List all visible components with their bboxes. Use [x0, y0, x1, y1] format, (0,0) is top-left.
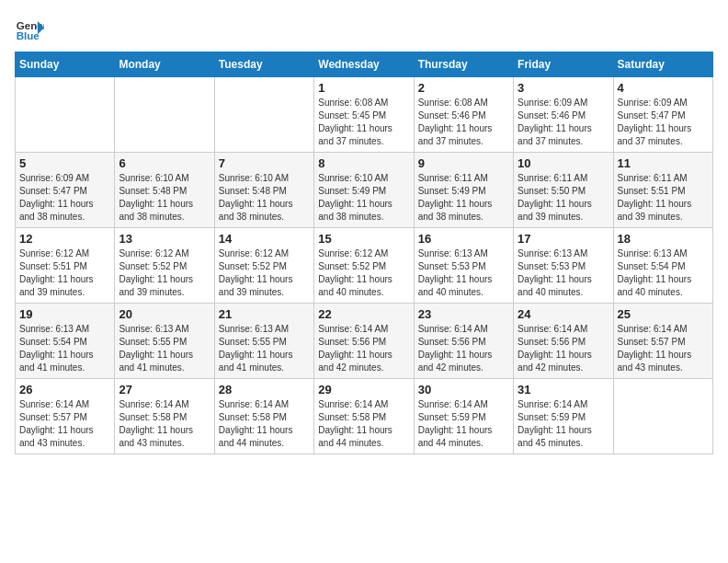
day-header-wednesday: Wednesday	[314, 52, 414, 77]
day-info: Sunrise: 6:12 AM Sunset: 5:52 PM Dayligh…	[219, 247, 310, 299]
day-number: 17	[518, 232, 609, 246]
calendar-cell: 5Sunrise: 6:09 AM Sunset: 5:47 PM Daylig…	[16, 153, 115, 228]
day-number: 21	[219, 307, 310, 321]
day-info: Sunrise: 6:14 AM Sunset: 5:59 PM Dayligh…	[518, 398, 609, 450]
day-number: 28	[219, 383, 310, 396]
day-number: 18	[618, 232, 709, 246]
calendar-cell: 22Sunrise: 6:14 AM Sunset: 5:56 PM Dayli…	[314, 304, 414, 379]
day-info: Sunrise: 6:08 AM Sunset: 5:45 PM Dayligh…	[318, 97, 409, 148]
day-info: Sunrise: 6:13 AM Sunset: 5:54 PM Dayligh…	[618, 247, 709, 299]
day-info: Sunrise: 6:12 AM Sunset: 5:52 PM Dayligh…	[119, 247, 210, 299]
calendar-cell: 17Sunrise: 6:13 AM Sunset: 5:53 PM Dayli…	[514, 228, 613, 304]
calendar-cell: 2Sunrise: 6:08 AM Sunset: 5:46 PM Daylig…	[414, 77, 513, 153]
calendar-week-row: 12Sunrise: 6:12 AM Sunset: 5:51 PM Dayli…	[16, 228, 713, 304]
day-info: Sunrise: 6:14 AM Sunset: 5:59 PM Dayligh…	[418, 398, 509, 450]
day-info: Sunrise: 6:11 AM Sunset: 5:50 PM Dayligh…	[518, 172, 609, 224]
day-info: Sunrise: 6:11 AM Sunset: 5:49 PM Dayligh…	[418, 172, 509, 224]
day-info: Sunrise: 6:11 AM Sunset: 5:51 PM Dayligh…	[618, 172, 709, 224]
calendar-cell: 14Sunrise: 6:12 AM Sunset: 5:52 PM Dayli…	[214, 228, 313, 304]
calendar-table: SundayMondayTuesdayWednesdayThursdayFrid…	[15, 52, 713, 454]
calendar-cell: 30Sunrise: 6:14 AM Sunset: 5:59 PM Dayli…	[414, 379, 513, 454]
svg-text:Blue: Blue	[17, 30, 40, 41]
day-number: 2	[418, 81, 509, 95]
day-header-saturday: Saturday	[613, 52, 712, 77]
day-number: 31	[518, 383, 609, 396]
day-info: Sunrise: 6:12 AM Sunset: 5:51 PM Dayligh…	[19, 247, 110, 299]
day-number: 14	[219, 232, 310, 246]
day-info: Sunrise: 6:13 AM Sunset: 5:55 PM Dayligh…	[119, 323, 210, 374]
calendar-cell: 28Sunrise: 6:14 AM Sunset: 5:58 PM Dayli…	[214, 379, 313, 454]
day-info: Sunrise: 6:14 AM Sunset: 5:56 PM Dayligh…	[318, 323, 409, 374]
calendar-cell	[16, 77, 115, 153]
day-number: 19	[19, 307, 110, 321]
day-info: Sunrise: 6:14 AM Sunset: 5:58 PM Dayligh…	[119, 398, 210, 450]
day-number: 12	[19, 232, 110, 246]
day-number: 11	[618, 156, 709, 170]
day-number: 24	[518, 307, 609, 321]
calendar-cell: 24Sunrise: 6:14 AM Sunset: 5:56 PM Dayli…	[514, 304, 613, 379]
calendar-cell: 21Sunrise: 6:13 AM Sunset: 5:55 PM Dayli…	[214, 304, 313, 379]
day-number: 8	[318, 156, 409, 170]
day-number: 25	[618, 307, 709, 321]
page-header: General Blue	[15, 15, 713, 44]
calendar-cell: 4Sunrise: 6:09 AM Sunset: 5:47 PM Daylig…	[613, 77, 712, 153]
day-number: 27	[119, 383, 210, 396]
calendar-cell: 26Sunrise: 6:14 AM Sunset: 5:57 PM Dayli…	[16, 379, 115, 454]
calendar-cell: 6Sunrise: 6:10 AM Sunset: 5:48 PM Daylig…	[115, 153, 214, 228]
calendar-cell: 13Sunrise: 6:12 AM Sunset: 5:52 PM Dayli…	[115, 228, 214, 304]
day-info: Sunrise: 6:13 AM Sunset: 5:55 PM Dayligh…	[219, 323, 310, 374]
day-number: 15	[318, 232, 409, 246]
day-number: 29	[318, 383, 409, 396]
day-number: 6	[119, 156, 210, 170]
day-number: 9	[418, 156, 509, 170]
day-number: 22	[318, 307, 409, 321]
day-info: Sunrise: 6:14 AM Sunset: 5:56 PM Dayligh…	[418, 323, 509, 374]
calendar-cell: 8Sunrise: 6:10 AM Sunset: 5:49 PM Daylig…	[314, 153, 414, 228]
day-number: 4	[618, 81, 709, 95]
calendar-week-row: 1Sunrise: 6:08 AM Sunset: 5:45 PM Daylig…	[16, 77, 713, 153]
day-number: 16	[418, 232, 509, 246]
day-info: Sunrise: 6:14 AM Sunset: 5:58 PM Dayligh…	[318, 398, 409, 450]
calendar-cell	[115, 77, 214, 153]
calendar-cell: 27Sunrise: 6:14 AM Sunset: 5:58 PM Dayli…	[115, 379, 214, 454]
day-info: Sunrise: 6:14 AM Sunset: 5:57 PM Dayligh…	[19, 398, 110, 450]
day-info: Sunrise: 6:10 AM Sunset: 5:49 PM Dayligh…	[318, 172, 409, 224]
calendar-week-row: 26Sunrise: 6:14 AM Sunset: 5:57 PM Dayli…	[16, 379, 713, 454]
calendar-cell: 19Sunrise: 6:13 AM Sunset: 5:54 PM Dayli…	[16, 304, 115, 379]
day-number: 30	[418, 383, 509, 396]
day-info: Sunrise: 6:13 AM Sunset: 5:53 PM Dayligh…	[418, 247, 509, 299]
day-info: Sunrise: 6:09 AM Sunset: 5:47 PM Dayligh…	[618, 97, 709, 148]
calendar-cell: 31Sunrise: 6:14 AM Sunset: 5:59 PM Dayli…	[514, 379, 613, 454]
day-info: Sunrise: 6:10 AM Sunset: 5:48 PM Dayligh…	[219, 172, 310, 224]
calendar-cell: 20Sunrise: 6:13 AM Sunset: 5:55 PM Dayli…	[115, 304, 214, 379]
calendar-week-row: 5Sunrise: 6:09 AM Sunset: 5:47 PM Daylig…	[16, 153, 713, 228]
day-header-tuesday: Tuesday	[214, 52, 313, 77]
calendar-cell: 15Sunrise: 6:12 AM Sunset: 5:52 PM Dayli…	[314, 228, 414, 304]
day-header-friday: Friday	[514, 52, 613, 77]
day-header-sunday: Sunday	[16, 52, 115, 77]
calendar-cell	[613, 379, 712, 454]
calendar-cell: 10Sunrise: 6:11 AM Sunset: 5:50 PM Dayli…	[514, 153, 613, 228]
day-number: 5	[19, 156, 110, 170]
day-info: Sunrise: 6:09 AM Sunset: 5:47 PM Dayligh…	[19, 172, 110, 224]
day-info: Sunrise: 6:13 AM Sunset: 5:54 PM Dayligh…	[19, 323, 110, 374]
calendar-cell: 11Sunrise: 6:11 AM Sunset: 5:51 PM Dayli…	[613, 153, 712, 228]
calendar-cell: 25Sunrise: 6:14 AM Sunset: 5:57 PM Dayli…	[613, 304, 712, 379]
calendar-cell	[214, 77, 313, 153]
day-number: 20	[119, 307, 210, 321]
calendar-cell: 3Sunrise: 6:09 AM Sunset: 5:46 PM Daylig…	[514, 77, 613, 153]
day-info: Sunrise: 6:14 AM Sunset: 5:58 PM Dayligh…	[219, 398, 310, 450]
day-info: Sunrise: 6:09 AM Sunset: 5:46 PM Dayligh…	[518, 97, 609, 148]
day-number: 26	[19, 383, 110, 396]
day-info: Sunrise: 6:14 AM Sunset: 5:56 PM Dayligh…	[518, 323, 609, 374]
day-number: 13	[119, 232, 210, 246]
day-number: 3	[518, 81, 609, 95]
day-info: Sunrise: 6:10 AM Sunset: 5:48 PM Dayligh…	[119, 172, 210, 224]
calendar-week-row: 19Sunrise: 6:13 AM Sunset: 5:54 PM Dayli…	[16, 304, 713, 379]
logo: General Blue	[15, 15, 44, 44]
calendar-cell: 1Sunrise: 6:08 AM Sunset: 5:45 PM Daylig…	[314, 77, 414, 153]
day-info: Sunrise: 6:08 AM Sunset: 5:46 PM Dayligh…	[418, 97, 509, 148]
calendar-header-row: SundayMondayTuesdayWednesdayThursdayFrid…	[16, 52, 713, 77]
logo-icon: General Blue	[15, 15, 44, 44]
calendar-cell: 7Sunrise: 6:10 AM Sunset: 5:48 PM Daylig…	[214, 153, 313, 228]
